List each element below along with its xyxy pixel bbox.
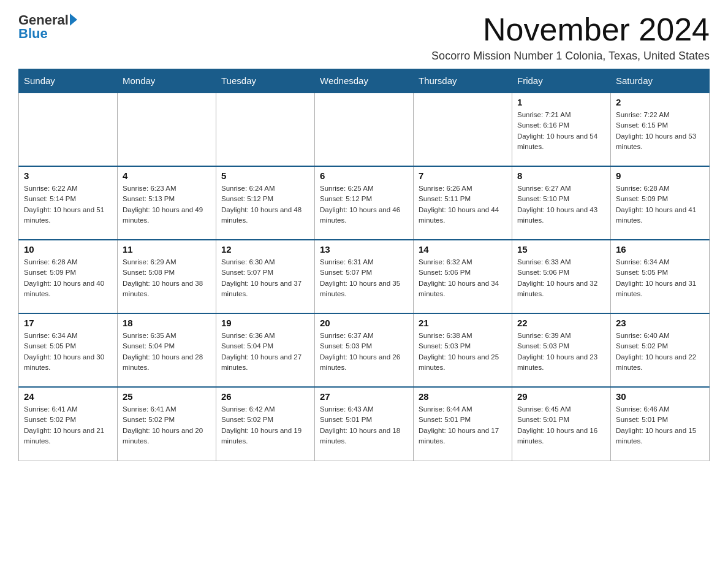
day-number: 4 <box>123 170 211 181</box>
day-info: Sunrise: 6:31 AMSunset: 5:07 PMDaylight:… <box>320 257 408 299</box>
calendar-header-friday: Friday <box>512 69 611 93</box>
calendar-cell: 14Sunrise: 6:32 AMSunset: 5:06 PMDayligh… <box>414 240 512 313</box>
calendar-cell: 19Sunrise: 6:36 AMSunset: 5:04 PMDayligh… <box>216 313 315 387</box>
calendar-cell: 8Sunrise: 6:27 AMSunset: 5:10 PMDaylight… <box>512 166 611 240</box>
calendar-cell: 22Sunrise: 6:39 AMSunset: 5:03 PMDayligh… <box>512 313 611 387</box>
calendar-table: SundayMondayTuesdayWednesdayThursdayFrid… <box>18 69 710 461</box>
calendar-cell: 11Sunrise: 6:29 AMSunset: 5:08 PMDayligh… <box>118 240 216 313</box>
calendar-week-row: 24Sunrise: 6:41 AMSunset: 5:02 PMDayligh… <box>19 387 710 461</box>
day-number: 13 <box>320 244 408 255</box>
day-number: 28 <box>419 391 507 402</box>
day-number: 5 <box>221 170 309 181</box>
calendar-cell: 30Sunrise: 6:46 AMSunset: 5:01 PMDayligh… <box>611 387 710 461</box>
calendar-cell: 9Sunrise: 6:28 AMSunset: 5:09 PMDaylight… <box>611 166 710 240</box>
calendar-cell: 20Sunrise: 6:37 AMSunset: 5:03 PMDayligh… <box>315 313 414 387</box>
page-header: General Blue November 2024 Socorro Missi… <box>18 12 710 63</box>
day-number: 12 <box>221 244 309 255</box>
day-info: Sunrise: 6:35 AMSunset: 5:04 PMDaylight:… <box>123 331 211 373</box>
day-info: Sunrise: 6:28 AMSunset: 5:09 PMDaylight:… <box>24 257 112 299</box>
calendar-cell: 25Sunrise: 6:41 AMSunset: 5:02 PMDayligh… <box>118 387 216 461</box>
day-number: 23 <box>616 318 704 328</box>
day-number: 8 <box>517 170 605 181</box>
day-info: Sunrise: 6:27 AMSunset: 5:10 PMDaylight:… <box>517 183 605 226</box>
day-info: Sunrise: 6:26 AMSunset: 5:11 PMDaylight:… <box>419 183 507 226</box>
logo: General Blue <box>18 12 77 42</box>
day-info: Sunrise: 7:22 AMSunset: 6:15 PMDaylight:… <box>616 110 704 152</box>
calendar-cell <box>216 93 315 166</box>
calendar-week-row: 10Sunrise: 6:28 AMSunset: 5:09 PMDayligh… <box>19 240 710 313</box>
day-number: 20 <box>320 318 408 328</box>
day-number: 30 <box>616 391 704 402</box>
calendar-week-row: 1Sunrise: 7:21 AMSunset: 6:16 PMDaylight… <box>19 93 710 166</box>
calendar-cell: 12Sunrise: 6:30 AMSunset: 5:07 PMDayligh… <box>216 240 315 313</box>
day-number: 15 <box>517 244 605 255</box>
calendar-cell: 21Sunrise: 6:38 AMSunset: 5:03 PMDayligh… <box>414 313 512 387</box>
calendar-cell <box>315 93 414 166</box>
calendar-cell: 28Sunrise: 6:44 AMSunset: 5:01 PMDayligh… <box>414 387 512 461</box>
day-number: 14 <box>419 244 507 255</box>
day-number: 19 <box>221 318 309 328</box>
day-info: Sunrise: 6:41 AMSunset: 5:02 PMDaylight:… <box>123 404 211 446</box>
calendar-header-row: SundayMondayTuesdayWednesdayThursdayFrid… <box>19 69 710 93</box>
day-number: 22 <box>517 318 605 328</box>
day-info: Sunrise: 6:29 AMSunset: 5:08 PMDaylight:… <box>123 257 211 299</box>
day-info: Sunrise: 6:40 AMSunset: 5:02 PMDaylight:… <box>616 331 704 373</box>
day-number: 21 <box>419 318 507 328</box>
day-info: Sunrise: 6:30 AMSunset: 5:07 PMDaylight:… <box>221 257 309 299</box>
title-block: November 2024 Socorro Mission Number 1 C… <box>431 12 710 63</box>
day-info: Sunrise: 6:37 AMSunset: 5:03 PMDaylight:… <box>320 331 408 373</box>
calendar-week-row: 17Sunrise: 6:34 AMSunset: 5:05 PMDayligh… <box>19 313 710 387</box>
logo-blue-text: Blue <box>18 26 48 42</box>
calendar-cell <box>19 93 118 166</box>
day-info: Sunrise: 6:42 AMSunset: 5:02 PMDaylight:… <box>221 404 309 446</box>
calendar-cell: 24Sunrise: 6:41 AMSunset: 5:02 PMDayligh… <box>19 387 118 461</box>
calendar-cell: 18Sunrise: 6:35 AMSunset: 5:04 PMDayligh… <box>118 313 216 387</box>
calendar-cell: 2Sunrise: 7:22 AMSunset: 6:15 PMDaylight… <box>611 93 710 166</box>
day-number: 18 <box>123 318 211 328</box>
calendar-header-sunday: Sunday <box>19 69 118 93</box>
day-info: Sunrise: 6:25 AMSunset: 5:12 PMDaylight:… <box>320 183 408 226</box>
calendar-header-monday: Monday <box>118 69 216 93</box>
day-number: 26 <box>221 391 309 402</box>
calendar-cell: 3Sunrise: 6:22 AMSunset: 5:14 PMDaylight… <box>19 166 118 240</box>
calendar-week-row: 3Sunrise: 6:22 AMSunset: 5:14 PMDaylight… <box>19 166 710 240</box>
calendar-cell: 17Sunrise: 6:34 AMSunset: 5:05 PMDayligh… <box>19 313 118 387</box>
day-number: 1 <box>517 97 605 107</box>
logo-arrow-icon <box>70 13 77 26</box>
day-info: Sunrise: 6:45 AMSunset: 5:01 PMDaylight:… <box>517 404 605 446</box>
calendar-cell: 23Sunrise: 6:40 AMSunset: 5:02 PMDayligh… <box>611 313 710 387</box>
day-number: 9 <box>616 170 704 181</box>
day-number: 29 <box>517 391 605 402</box>
calendar-cell: 1Sunrise: 7:21 AMSunset: 6:16 PMDaylight… <box>512 93 611 166</box>
day-info: Sunrise: 6:43 AMSunset: 5:01 PMDaylight:… <box>320 404 408 446</box>
day-info: Sunrise: 6:28 AMSunset: 5:09 PMDaylight:… <box>616 183 704 226</box>
calendar-cell: 15Sunrise: 6:33 AMSunset: 5:06 PMDayligh… <box>512 240 611 313</box>
calendar-cell: 27Sunrise: 6:43 AMSunset: 5:01 PMDayligh… <box>315 387 414 461</box>
day-info: Sunrise: 6:46 AMSunset: 5:01 PMDaylight:… <box>616 404 704 446</box>
day-info: Sunrise: 6:38 AMSunset: 5:03 PMDaylight:… <box>419 331 507 373</box>
calendar-cell: 5Sunrise: 6:24 AMSunset: 5:12 PMDaylight… <box>216 166 315 240</box>
calendar-cell: 16Sunrise: 6:34 AMSunset: 5:05 PMDayligh… <box>611 240 710 313</box>
day-number: 6 <box>320 170 408 181</box>
day-number: 25 <box>123 391 211 402</box>
day-info: Sunrise: 6:39 AMSunset: 5:03 PMDaylight:… <box>517 331 605 373</box>
calendar-cell: 29Sunrise: 6:45 AMSunset: 5:01 PMDayligh… <box>512 387 611 461</box>
calendar-cell <box>414 93 512 166</box>
day-info: Sunrise: 6:24 AMSunset: 5:12 PMDaylight:… <box>221 183 309 226</box>
day-info: Sunrise: 6:36 AMSunset: 5:04 PMDaylight:… <box>221 331 309 373</box>
day-info: Sunrise: 6:34 AMSunset: 5:05 PMDaylight:… <box>616 257 704 299</box>
calendar-cell: 4Sunrise: 6:23 AMSunset: 5:13 PMDaylight… <box>118 166 216 240</box>
day-number: 10 <box>24 244 112 255</box>
calendar-header-saturday: Saturday <box>611 69 710 93</box>
day-number: 7 <box>419 170 507 181</box>
calendar-cell <box>118 93 216 166</box>
location-subtitle: Socorro Mission Number 1 Colonia, Texas,… <box>431 50 710 63</box>
day-number: 16 <box>616 244 704 255</box>
calendar-header-thursday: Thursday <box>414 69 512 93</box>
day-info: Sunrise: 7:21 AMSunset: 6:16 PMDaylight:… <box>517 110 605 152</box>
calendar-cell: 13Sunrise: 6:31 AMSunset: 5:07 PMDayligh… <box>315 240 414 313</box>
day-number: 24 <box>24 391 112 402</box>
day-info: Sunrise: 6:32 AMSunset: 5:06 PMDaylight:… <box>419 257 507 299</box>
day-info: Sunrise: 6:44 AMSunset: 5:01 PMDaylight:… <box>419 404 507 446</box>
day-number: 11 <box>123 244 211 255</box>
